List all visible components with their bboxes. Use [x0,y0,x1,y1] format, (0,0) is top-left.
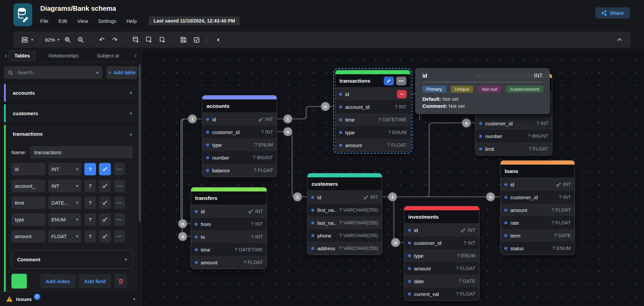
search-dropdown-caret-icon[interactable]: ▾ [96,70,98,75]
table-field-row[interactable]: last_na...? VARCHAR(255) [308,216,382,229]
table-investments[interactable]: investmentsidINTcustomer_id? INTtype? EN… [404,206,479,301]
sidebar-item-customers[interactable]: customers▾ [4,104,137,122]
table-field-row[interactable]: amount? FLOAT [191,256,267,269]
edit-table-button[interactable] [384,77,394,85]
nullable-toggle-button[interactable]: ? [84,213,96,226]
table-field-row[interactable]: term? DATE [501,229,574,242]
nullable-toggle-button[interactable]: ? [84,180,96,192]
share-button[interactable]: Share [595,7,630,18]
table-title[interactable]: transactions••• [335,74,410,88]
table-title[interactable]: accounts [202,99,277,113]
search-input[interactable] [16,70,93,76]
primary-key-button[interactable] [99,163,111,175]
table-field-row[interactable]: date? DATE [404,275,479,288]
chevron-down-icon[interactable]: ▾ [130,111,132,116]
field-more-button[interactable]: ··· [114,230,125,243]
nullable-toggle-button[interactable]: ? [84,196,96,209]
table-field-row[interactable]: account_id? INT [335,100,410,113]
field-type-select[interactable]: FLOAT▾ [48,230,81,243]
table-field-row[interactable]: idINT [308,191,382,204]
table-field-row[interactable]: amount? FLOAT [501,204,574,216]
table-field-row[interactable]: time? DATETIME [335,113,410,126]
table-title[interactable]: loans [501,165,574,178]
table-field-row[interactable]: idINT [404,224,479,236]
field-more-button[interactable]: ··· [114,180,125,192]
add-table-tool-button[interactable] [131,35,141,45]
menu-edit[interactable]: Edit [58,18,67,24]
diagram-canvas[interactable]: 1nn1nn11nnn accountsidINTcustomer_id? IN… [142,49,644,306]
primary-key-button[interactable] [99,230,111,243]
toolbar-collapse-button[interactable] [614,35,625,45]
sidebar-scrollbar[interactable] [139,64,141,222]
table-field-row[interactable]: amount? FLOAT [335,139,410,151]
table-field-row[interactable]: customer_id? INT [202,126,277,138]
table-color-swatch[interactable] [11,274,27,289]
menu-settings[interactable]: Settings [98,18,116,24]
table-field-row[interactable]: idINT [501,178,574,191]
menu-file[interactable]: File [40,18,48,24]
field-type-select[interactable]: ENUM▾ [48,213,81,226]
table-field-row[interactable]: time? DATETIME [191,243,267,256]
field-type-select[interactable]: DATE...▾ [48,196,81,209]
view-layout-button[interactable] [19,35,30,45]
table-accounts[interactable]: accountsidINTcustomer_id? INTtype? ENUMn… [202,95,277,177]
add-area-tool-button[interactable] [144,35,154,45]
app-logo[interactable] [13,3,32,26]
table-field-row[interactable]: status? ENUM [501,242,574,255]
primary-key-button[interactable] [99,196,111,209]
zoom-in-button[interactable] [62,35,73,45]
table-customers[interactable]: customersidINTfirst_na...? VARCHAR(255)l… [307,173,382,255]
table-more-button[interactable]: ••• [396,77,406,85]
nullable-toggle-button[interactable]: ? [84,163,96,175]
zoom-level[interactable]: 82% [44,37,56,43]
tab-relationships[interactable]: Relationships [43,51,84,60]
table-field-row[interactable]: balance? FLOAT [202,164,277,177]
save-button[interactable] [178,35,188,45]
table-field-row[interactable]: to? INT [191,230,267,243]
tabs-scroll-right-icon[interactable]: › [134,52,137,59]
table-field-row[interactable]: limit? FLOAT [475,142,552,155]
table-transactions[interactable]: transactions•••id−account_id? INTtime? D… [335,70,411,152]
table-field-row[interactable]: number? BIGINT [475,130,552,142]
field-name-input[interactable]: id [11,163,45,175]
field-more-button[interactable]: ··· [114,163,125,175]
primary-key-button[interactable] [99,180,111,192]
todo-button[interactable] [191,35,201,45]
table-field-row[interactable]: idINT [191,205,267,218]
add-field-button[interactable]: Add field [79,274,111,288]
table-field-row[interactable]: customer_id? INT [501,191,574,204]
table-transfers[interactable]: transfersidINTfrom? INTto? INTtime? DATE… [191,187,267,269]
table-title[interactable]: customers [308,177,382,191]
table-field-row[interactable]: customer_id? INT [475,117,552,130]
field-name-input[interactable]: account_ [11,180,45,192]
table-field-row[interactable]: from? INT [191,218,267,230]
field-type-select[interactable]: INT▾ [48,163,81,175]
field-name-input[interactable]: type [11,213,45,226]
field-more-button[interactable]: ··· [114,196,125,209]
tab-tables[interactable]: Tables [9,51,36,60]
comment-collapsible[interactable]: Comment▾ [11,250,133,269]
sidebar-item-row[interactable]: customers▾ [4,104,137,122]
chevron-up-icon[interactable]: ▴ [130,131,132,136]
table-field-row[interactable]: rate? FLOAT [501,216,574,229]
relationship-line[interactable] [382,197,404,243]
table-name-input[interactable] [30,146,133,158]
add-index-button[interactable]: Add index [40,274,76,288]
undo-button[interactable]: ↶ [97,35,107,45]
field-name-input[interactable]: amount [11,230,45,243]
table-field-row[interactable]: phone? VARCHAR(255) [308,229,382,242]
delete-field-button[interactable]: − [397,90,407,98]
table-field-row[interactable]: idINT [202,113,277,126]
sidebar-item-transactions[interactable]: transactions▴Name:idINT▾?···account_INT▾… [4,125,137,292]
table-search[interactable]: ▾ [4,66,102,79]
menu-help[interactable]: Help [126,18,137,24]
sidebar-item-row[interactable]: transactions▴ [4,125,137,143]
table-field-row[interactable]: number? BIGINT [202,151,277,164]
table-title[interactable]: transfers [191,191,267,205]
field-type-select[interactable]: INT▾ [48,180,81,192]
issues-bar[interactable]: Issues 0 ▾ [0,292,141,306]
table-field-row[interactable]: id− [335,88,410,100]
table-field-row[interactable]: amount? FLOAT [404,262,479,275]
table-field-row[interactable]: type? ENUM [202,138,277,151]
menu-view[interactable]: View [77,18,88,24]
